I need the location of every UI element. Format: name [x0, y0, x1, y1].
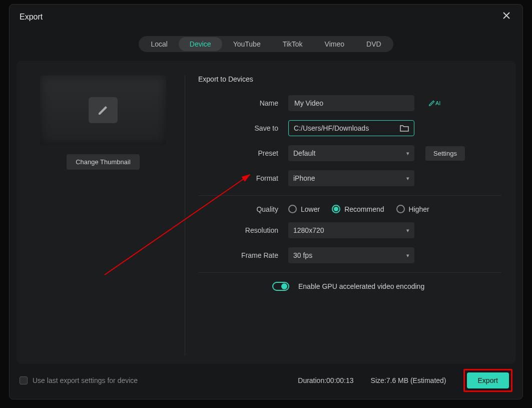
- tab-tiktok[interactable]: TikTok: [272, 37, 314, 51]
- content-panel: Change Thumbnail Export to Devices Name …: [17, 61, 515, 363]
- tab-local[interactable]: Local: [140, 37, 178, 51]
- dialog-title: Export: [20, 13, 43, 22]
- quality-higher-radio[interactable]: Higher: [396, 205, 429, 213]
- ai-text: AI: [435, 100, 440, 106]
- saveto-label: Save to: [198, 124, 288, 132]
- tab-youtube[interactable]: YouTube: [222, 37, 272, 51]
- thumbnail-preview[interactable]: [40, 75, 166, 145]
- tab-dvd[interactable]: DVD: [355, 37, 392, 51]
- export-dialog: Export Local Device YouTube TikTok Vimeo…: [9, 4, 523, 399]
- use-last-settings-checkbox[interactable]: [20, 376, 28, 384]
- quality-higher-label: Higher: [409, 205, 429, 213]
- resolution-label: Resolution: [198, 226, 288, 234]
- export-tabs: Local Device YouTube TikTok Vimeo DVD: [139, 36, 393, 52]
- close-button[interactable]: [500, 12, 512, 22]
- quality-recommend-radio[interactable]: Recommend: [332, 205, 384, 213]
- resolution-select[interactable]: 1280x720 ▾: [288, 222, 414, 238]
- radio-icon: [288, 205, 297, 213]
- thumbnail-placeholder: [89, 97, 118, 123]
- quality-lower-label: Lower: [301, 205, 320, 213]
- row-framerate: Frame Rate 30 fps ▾: [198, 247, 501, 263]
- duration-info: Duration:00:00:13: [298, 376, 353, 384]
- row-preset: Preset Default ▾ Settings: [198, 145, 501, 161]
- footer: Use last export settings for device Dura…: [10, 362, 522, 399]
- row-gpu: Enable GPU accelerated video encoding: [272, 282, 501, 291]
- section-title: Export to Devices: [198, 75, 501, 83]
- pen-icon: [428, 100, 435, 107]
- name-label: Name: [198, 99, 288, 107]
- settings-button[interactable]: Settings: [425, 146, 465, 161]
- saveto-input[interactable]: C:/Users/HF/Downloads: [288, 120, 414, 136]
- thumbnail-panel: Change Thumbnail: [31, 75, 176, 349]
- chevron-down-icon: ▾: [406, 150, 409, 157]
- preset-label: Preset: [198, 149, 288, 157]
- use-last-settings-label: Use last export settings for device: [33, 376, 138, 384]
- change-thumbnail-button[interactable]: Change Thumbnail: [67, 154, 140, 170]
- framerate-label: Frame Rate: [198, 251, 288, 259]
- saveto-value: C:/Users/HF/Downloads: [294, 124, 369, 132]
- ai-rename-button[interactable]: AI: [428, 100, 440, 107]
- chevron-down-icon: ▾: [406, 252, 409, 259]
- toggle-knob: [281, 283, 287, 289]
- row-quality: Quality Lower Recommend Higher: [198, 205, 501, 213]
- row-name: Name AI: [198, 95, 501, 111]
- annotation-highlight: Export: [463, 369, 512, 392]
- radio-icon: [396, 205, 405, 213]
- quality-lower-radio[interactable]: Lower: [288, 205, 320, 213]
- chevron-down-icon: ▾: [406, 175, 409, 182]
- form-panel: Export to Devices Name AI Save to C:/Use…: [189, 75, 501, 349]
- format-select[interactable]: iPhone ▾: [288, 170, 414, 186]
- format-value: iPhone: [293, 174, 315, 182]
- preset-value: Default: [293, 149, 315, 157]
- gpu-label: Enable GPU accelerated video encoding: [298, 282, 424, 290]
- row-resolution: Resolution 1280x720 ▾: [198, 222, 501, 238]
- name-input[interactable]: [288, 95, 414, 111]
- divider: [198, 195, 501, 196]
- folder-icon: [400, 125, 409, 132]
- chevron-down-icon: ▾: [406, 227, 409, 234]
- resolution-value: 1280x720: [293, 226, 324, 234]
- quality-recommend-label: Recommend: [344, 205, 384, 213]
- divider: [198, 272, 501, 273]
- close-icon: [502, 12, 510, 20]
- quality-radio-group: Lower Recommend Higher: [288, 205, 429, 213]
- gpu-toggle[interactable]: [272, 282, 289, 291]
- tab-vimeo[interactable]: Vimeo: [314, 37, 355, 51]
- row-saveto: Save to C:/Users/HF/Downloads: [198, 120, 501, 136]
- quality-label: Quality: [198, 205, 288, 213]
- format-label: Format: [198, 174, 288, 182]
- pencil-icon: [97, 104, 109, 116]
- framerate-value: 30 fps: [293, 251, 312, 259]
- vertical-divider: [185, 75, 185, 355]
- radio-icon: [332, 205, 340, 213]
- titlebar: Export: [10, 5, 522, 25]
- export-button[interactable]: Export: [467, 372, 509, 388]
- framerate-select[interactable]: 30 fps ▾: [288, 247, 414, 263]
- tab-device[interactable]: Device: [179, 37, 222, 51]
- row-format: Format iPhone ▾: [198, 170, 501, 186]
- preset-select[interactable]: Default ▾: [288, 145, 414, 161]
- size-info: Size:7.6 MB (Estimated): [371, 376, 446, 384]
